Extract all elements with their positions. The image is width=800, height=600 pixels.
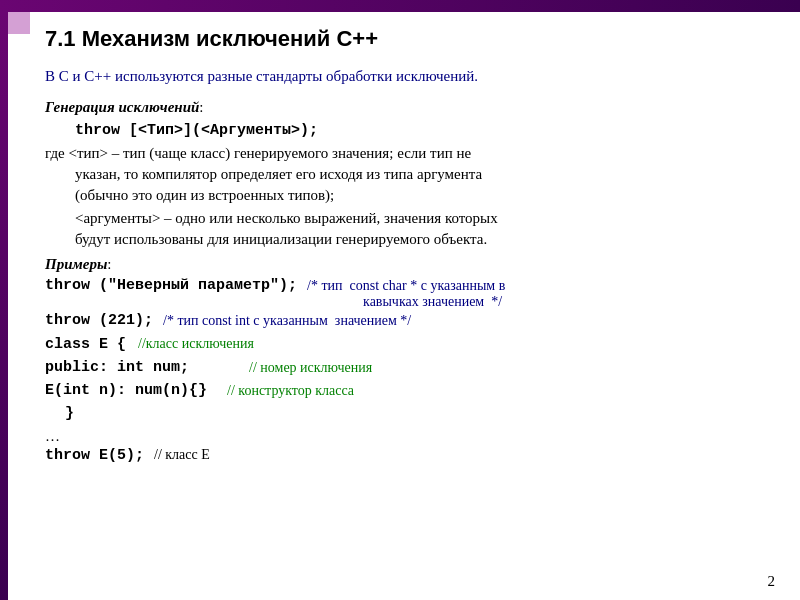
- class-line2-comment: // номер исключения: [249, 357, 372, 379]
- intro-text: В С и С++ используются разные стандарты …: [45, 66, 765, 87]
- class-line4-code: }: [65, 402, 74, 425]
- page-number: 2: [768, 573, 776, 590]
- desc1-line2: указан, то компилятор определяет его исх…: [75, 166, 482, 182]
- throw1-comment: /* тип const char * с указанным в кавычк…: [307, 277, 505, 310]
- throw1-code: throw ("Неверный параметр");: [45, 277, 297, 294]
- desc2-text: <аргументы> – одно или несколько выражен…: [75, 210, 498, 226]
- final-throw-line: throw E(5); // класс E: [45, 447, 765, 464]
- examples-label: Примеры: [45, 256, 107, 272]
- desc2: <аргументы> – одно или несколько выражен…: [45, 208, 765, 250]
- throw2-code: throw (221);: [45, 312, 153, 329]
- left-accent: [0, 12, 8, 600]
- top-bar: [0, 0, 800, 12]
- examples-heading: Примеры:: [45, 254, 765, 275]
- desc1-line3: (обычно это один из встроенных типов);: [75, 187, 334, 203]
- class-line3-code: E(int n): num(n){}: [45, 379, 207, 402]
- class-line2: public: int num; // номер исключения: [45, 356, 765, 379]
- corner-square: [8, 12, 30, 34]
- throw1-line: throw ("Неверный параметр"); /* тип cons…: [45, 277, 765, 310]
- ellipsis: …: [45, 428, 765, 445]
- section1-colon: :: [199, 99, 203, 115]
- section1-heading: Генерация исключений:: [45, 97, 765, 118]
- class-block: class E { //класс исключения public: int…: [45, 333, 765, 426]
- slide: 7.1 Механизм исключений С++ В С и С++ ис…: [0, 0, 800, 600]
- class-line3-comment: // конструктор класса: [227, 380, 354, 402]
- throw2-comment: /* тип const int с указанным значением *…: [163, 312, 411, 329]
- class-line3: E(int n): num(n){} // конструктор класса: [45, 379, 765, 402]
- final-throw-comment: // класс E: [154, 447, 210, 463]
- desc1-text: где <тип> – тип (чаще класс) генерируемо…: [45, 145, 471, 161]
- slide-title: 7.1 Механизм исключений С++: [45, 26, 765, 52]
- desc1: где <тип> – тип (чаще класс) генерируемо…: [45, 143, 765, 206]
- slide-content: 7.1 Механизм исключений С++ В С и С++ ис…: [30, 12, 780, 580]
- class-line2-code: public: int num;: [45, 356, 189, 379]
- class-line1-code: class E {: [45, 333, 126, 356]
- section1-label: Генерация исключений: [45, 99, 199, 115]
- class-line1-comment: //класс исключения: [138, 333, 254, 355]
- syntax-code: throw [<Тип>](<Аргументы>);: [75, 122, 318, 139]
- final-throw-code: throw E(5);: [45, 447, 144, 464]
- class-line4: }: [45, 402, 765, 425]
- syntax-line: throw [<Тип>](<Аргументы>);: [75, 120, 765, 143]
- throw2-line: throw (221); /* тип const int с указанны…: [45, 312, 765, 329]
- desc2-line2: будут использованы для инициализации ген…: [75, 231, 487, 247]
- class-line1: class E { //класс исключения: [45, 333, 765, 356]
